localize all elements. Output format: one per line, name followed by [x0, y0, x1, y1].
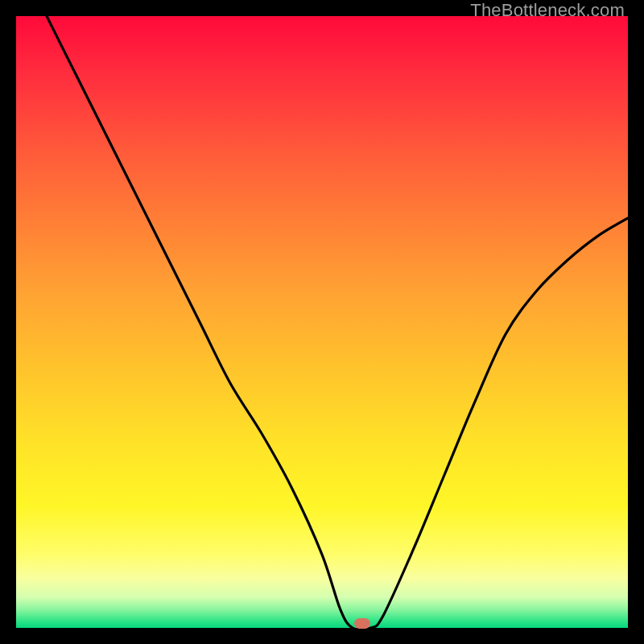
- watermark-text: TheBottleneck.com: [470, 0, 625, 21]
- chart-frame: TheBottleneck.com: [0, 0, 644, 644]
- bottleneck-curve: [16, 16, 628, 628]
- plot-area: [16, 16, 628, 628]
- optimum-marker: [354, 618, 370, 629]
- curve-path: [47, 16, 628, 628]
